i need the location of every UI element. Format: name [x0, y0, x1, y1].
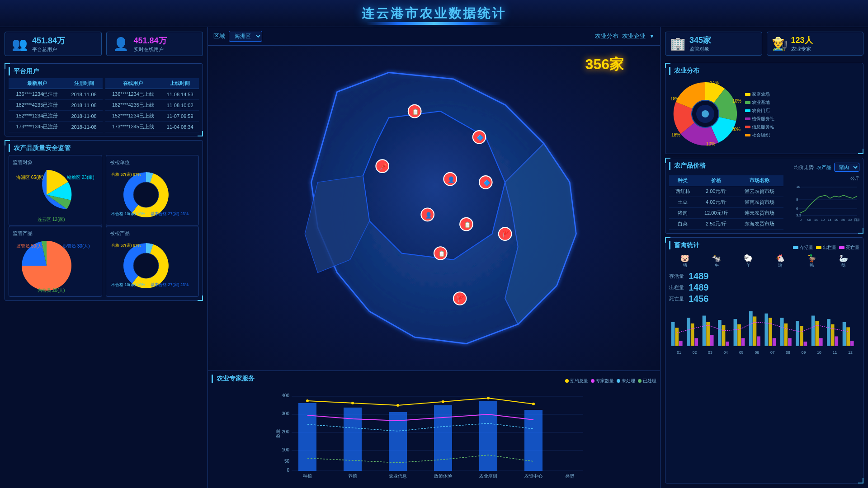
total-users-info: 451.84万 平台总用户 — [32, 35, 65, 53]
dead-color — [839, 246, 844, 249]
table-row: 猪肉12.00元/斤连云农贸市场 — [669, 208, 783, 219]
sup-products-title: 监管产品 — [13, 230, 98, 237]
svg-text:18%: 18% — [670, 96, 679, 101]
pig-icon: 🐷 — [680, 254, 689, 263]
svg-text:07: 07 — [770, 350, 775, 355]
svg-text:农业信息: 农业信息 — [389, 474, 407, 479]
svg-text:26: 26 — [841, 218, 845, 221]
table-row: 152****1234已上线11-07 09:59 — [105, 111, 199, 122]
svg-rect-122 — [769, 318, 772, 346]
svg-text:养殖: 养殖 — [348, 474, 357, 479]
total-users-value: 451.84万 — [32, 35, 65, 46]
dead-legend: 死亡量 — [839, 244, 859, 251]
duck-item: 🦆 鸭 — [807, 254, 816, 268]
sup-products-chart-box: 监管产品 监管员 50(人) 协管员 30(人) 内检员 20(人) — [9, 226, 102, 297]
svg-text:连云区 12(家): 连云区 12(家) — [38, 217, 65, 222]
map-controls: 区域 海洲区 农业分布 农业企业 ▼ — [208, 27, 660, 46]
supervised-objects-card: 🏢 345家 监管对象 — [665, 32, 762, 56]
table-row: 182****4235已上线11-08 10:02 — [105, 100, 199, 111]
family-farm-color — [745, 93, 750, 96]
online-users-card: 👤 451.84万 实时在线用户 — [106, 32, 203, 56]
total-users-label: 平台总用户 — [32, 46, 65, 53]
sheep-item: 🐑 羊 — [744, 254, 753, 268]
region-select[interactable]: 海洲区 — [229, 31, 262, 42]
map-control-right: 农业分布 农业企业 ▼ — [595, 32, 655, 40]
new-users-table-wrap: 最新用户 注册时间 136****1234已注册2018-11-08182***… — [9, 78, 103, 132]
map-svg: 📋 🔷 📌 👤 — [208, 46, 660, 371]
svg-rect-115 — [734, 319, 737, 346]
svg-text:🔷: 🔷 — [483, 179, 491, 187]
map-control-left: 区域 海洲区 — [213, 31, 262, 42]
svg-text:🔷: 🔷 — [476, 134, 484, 141]
price-table-wrap: 种类 价格 市场名称 西红柿2.00元/斤灌云农贸市场土豆4.00元/斤灌南农贸… — [669, 175, 783, 230]
social-org-color — [745, 134, 750, 136]
dashboard: 连云港市农业数据统计 👥 451.84万 平台总用户 👤 451.84万 实时在… — [0, 0, 868, 488]
table-row: 152****1234已注册2018-11-08 — [9, 111, 103, 122]
svg-rect-107 — [691, 324, 694, 346]
alive-label: 存活量 — [669, 273, 685, 280]
family-farm-legend: 家庭农场 — [745, 91, 859, 98]
svg-text:30: 30 — [848, 218, 852, 221]
left-panel: 👥 451.84万 平台总用户 👤 451.84万 实时在线用户 平台用户 — [0, 27, 208, 488]
plant-service-color — [745, 117, 750, 120]
agri-dist-title: 农业分布 — [669, 67, 859, 75]
total-users-icon: 👥 — [10, 35, 28, 53]
svg-text:政策体验: 政策体验 — [434, 474, 452, 479]
svg-text:👤: 👤 — [425, 212, 433, 219]
svg-text:50: 50 — [284, 459, 290, 464]
svg-rect-49 — [434, 405, 452, 471]
platform-users-panel: 平台用户 最新用户 注册时间 136****1234已注册2018-11-081… — [5, 63, 203, 136]
online-users-icon: 👤 — [112, 35, 130, 53]
cattle-label: 牛 — [715, 263, 719, 268]
svg-rect-106 — [687, 318, 690, 346]
online-users-info: 451.84万 实时在线用户 — [134, 35, 167, 53]
price-col: 价格 — [697, 175, 736, 186]
svg-text:🚩: 🚩 — [502, 231, 510, 238]
agri-dist-legend: 家庭农场 农业基地 农资门店 植保服务社 — [741, 89, 859, 138]
price-trend-chart: 公斤 10 8 6 3.3 — [787, 175, 859, 230]
svg-rect-111 — [710, 335, 714, 346]
svg-text:6: 6 — [796, 206, 798, 211]
out-color — [816, 246, 821, 249]
cattle-icon: 🐄 — [712, 254, 721, 263]
sheep-label: 羊 — [746, 263, 750, 268]
agri-base-legend: 农业基地 — [745, 99, 859, 106]
alive-value: 1489 — [689, 271, 709, 282]
insp-products-donut: 合格 57(家) 67% 基本合格 27(家) 23% 不合格 10(家) 10… — [110, 239, 191, 293]
expert-service-header: 农业专家服务 预约总量 专家数量 未处理 — [212, 375, 656, 385]
svg-rect-103 — [671, 322, 675, 346]
out-metric: 出栏量 1489 — [669, 282, 859, 293]
svg-text:20: 20 — [835, 218, 838, 221]
svg-text:01: 01 — [677, 350, 681, 355]
svg-text:📋: 📋 — [412, 108, 420, 116]
svg-text:数量: 数量 — [275, 429, 280, 438]
livestock-header: 畜禽统计 存活量 出栏量 死亡量 — [669, 241, 859, 252]
svg-rect-131 — [815, 321, 819, 346]
inspected-chart-box: 被检单位 合格 57(家) 67% 基 — [106, 155, 199, 226]
appointment-dot — [565, 379, 569, 383]
svg-rect-113 — [722, 325, 726, 346]
svg-text:10%: 10% — [732, 99, 741, 103]
pig-label: 猪 — [683, 263, 687, 268]
svg-text:不合格 10(家) 10%: 不合格 10(家) 10% — [111, 211, 145, 216]
svg-point-3 — [133, 182, 159, 207]
livestock-title: 畜禽统计 — [669, 241, 699, 249]
price-unit: 公斤 — [787, 175, 859, 182]
livestock-panel: 畜禽统计 存活量 出栏量 死亡量 — [665, 237, 863, 483]
svg-text:10: 10 — [817, 350, 821, 355]
new-users-table: 最新用户 注册时间 136****1234已注册2018-11-08182***… — [9, 78, 103, 132]
svg-rect-126 — [788, 338, 792, 346]
agri-experts-label: 农业专家 — [791, 46, 813, 52]
agri-ent-dropdown-icon[interactable]: ▼ — [649, 33, 655, 39]
table-row: 白菜2.50元/斤东海农贸市场 — [669, 219, 783, 230]
product-label: 农产品 — [816, 164, 831, 171]
svg-rect-120 — [757, 336, 760, 346]
product-select[interactable]: 猪肉 — [834, 163, 859, 172]
supervised-objects-label: 监管对象 — [689, 46, 711, 52]
svg-text:👤: 👤 — [448, 176, 455, 183]
agri-dist-donut: 24% 10% 20% 10% 18% 18% — [669, 78, 741, 150]
page-title: 连云港市农业数据统计 — [362, 5, 506, 22]
svg-text:0: 0 — [287, 468, 289, 473]
svg-text:📋: 📋 — [464, 221, 472, 229]
agri-store-color — [745, 109, 750, 112]
